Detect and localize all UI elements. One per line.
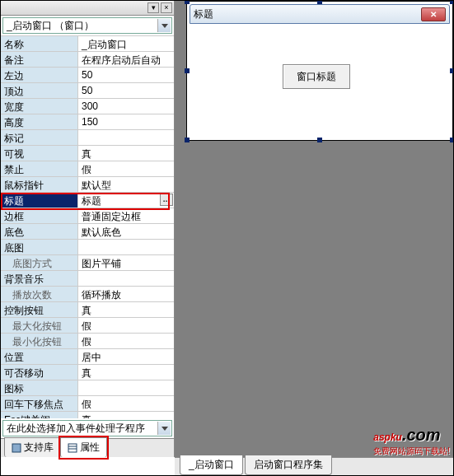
chevron-down-icon[interactable] [157,19,171,32]
prop-label: 标记 [1,130,78,145]
prop-value[interactable]: 真 [78,302,174,317]
resize-handle[interactable] [450,0,454,4]
editor-tabs: _启动窗口 启动窗口程序集 [175,457,453,475]
prop-row[interactable]: 边框普通固定边框 [1,208,174,224]
prop-value[interactable]: 默认底色 [78,224,174,239]
designed-button[interactable]: 窗口标题 [283,64,350,89]
resize-handle[interactable] [450,138,454,142]
book-icon [12,443,21,453]
prop-row[interactable]: 背景音乐 [1,271,174,287]
prop-row[interactable]: 备注在程序启动后自动 [1,52,174,68]
prop-row[interactable]: 底图方式图片平铺 [1,255,174,271]
prop-value[interactable]: 循环播放 [78,287,174,301]
prop-row[interactable]: 可视真 [1,146,174,161]
prop-row[interactable]: 高度150 [1,114,174,130]
tab-properties[interactable]: 属性 [60,437,107,457]
resize-handle[interactable] [450,68,454,73]
resize-handle[interactable] [317,0,322,4]
prop-row[interactable]: 可否移动真 [1,365,174,380]
prop-value[interactable]: 假 [78,161,174,176]
prop-label: 名称 [1,36,78,51]
form-titlebar: 标题 ✕ [190,4,450,24]
prop-row[interactable]: Esc键关闭真 [1,412,174,418]
form-designer[interactable]: 标题 ✕ 窗口标题 [186,1,453,141]
prop-label: 宽度 [1,99,78,114]
prop-row[interactable]: 位置居中 [1,349,174,365]
design-area: 标题 ✕ 窗口标题 [175,1,453,457]
prop-row[interactable]: 标记 [1,130,174,146]
prop-row[interactable]: 鼠标指针默认型 [1,177,174,193]
panel-close-icon[interactable]: × [161,2,172,13]
prop-row[interactable]: 宽度300 [1,99,174,114]
prop-label: 标题 [1,193,78,208]
resize-handle[interactable] [317,138,322,142]
prop-value[interactable]: 50 [78,83,174,98]
property-grid[interactable]: 名称_启动窗口备注在程序启动后自动左边50顶边50宽度300高度150标记可视真… [1,35,174,418]
prop-label: 回车下移焦点 [1,396,78,411]
prop-value[interactable]: 真 [78,412,174,418]
tab-startup-assembly[interactable]: 启动窗口程序集 [245,455,332,475]
prop-value[interactable]: 真 [78,146,174,161]
prop-label: 底色 [1,224,78,239]
ellipsis-button[interactable]: … [160,194,173,206]
prop-label: 可视 [1,146,78,161]
prop-row[interactable]: 标题标题… [1,193,174,208]
prop-label: 播放次数 [1,287,78,301]
prop-value[interactable] [78,271,174,286]
object-selector[interactable]: _启动窗口 （窗口） [2,17,172,34]
chevron-down-icon[interactable] [157,422,171,435]
prop-value[interactable]: 真 [78,365,174,380]
prop-label: 底图 [1,240,78,254]
watermark: aspku.com 免费网站源码下载站! [373,424,450,457]
close-icon[interactable]: ✕ [421,7,446,21]
prop-value[interactable]: 标题… [78,193,174,208]
prop-value[interactable]: 居中 [78,349,174,364]
prop-row[interactable]: 底图 [1,240,174,255]
prop-value[interactable]: 普通固定边框 [78,208,174,223]
panel-header: ▾ × [1,1,174,16]
prop-row[interactable]: 禁止假 [1,161,174,177]
prop-label: 底图方式 [1,255,78,270]
prop-row[interactable]: 回车下移焦点假 [1,396,174,412]
prop-label: 图标 [1,380,78,395]
prop-row[interactable]: 名称_启动窗口 [1,36,174,52]
panel-pin-icon[interactable]: ▾ [147,2,159,13]
prop-value[interactable]: 假 [78,334,174,348]
event-selector-text: 在此处选择加入事件处理子程序 [7,422,145,436]
prop-row[interactable]: 底色默认底色 [1,224,174,240]
event-selector[interactable]: 在此处选择加入事件处理子程序 [2,420,172,436]
prop-row[interactable]: 左边50 [1,68,174,83]
prop-value[interactable]: 图片平铺 [78,255,174,270]
tab-support-lib[interactable]: 支持库 [4,437,61,457]
prop-value[interactable]: 假 [78,318,174,333]
prop-label: 备注 [1,52,78,67]
svg-rect-1 [68,444,77,452]
prop-label: 最大化按钮 [1,318,78,333]
prop-value[interactable] [78,130,174,145]
prop-value[interactable]: 300 [78,99,174,114]
prop-row[interactable]: 播放次数循环播放 [1,287,174,302]
prop-value[interactable]: 假 [78,396,174,411]
prop-row[interactable]: 最大化按钮假 [1,318,174,334]
prop-row[interactable]: 控制按钮真 [1,302,174,318]
object-selector-text: _启动窗口 （窗口） [7,19,94,33]
prop-label: 背景音乐 [1,271,78,286]
prop-value[interactable]: 默认型 [78,177,174,192]
tab-startup-window[interactable]: _启动窗口 [180,455,243,475]
resize-handle[interactable] [185,0,190,4]
resize-handle[interactable] [185,138,190,142]
prop-label: 禁止 [1,161,78,176]
prop-value[interactable]: 50 [78,68,174,82]
prop-row[interactable]: 图标 [1,380,174,396]
prop-value[interactable]: _启动窗口 [78,36,174,51]
panel-tabs: 支持库 属性 [1,438,174,457]
prop-value[interactable] [78,240,174,254]
prop-value[interactable]: 在程序启动后自动 [78,52,174,67]
prop-label: 位置 [1,349,78,364]
resize-handle[interactable] [185,68,190,73]
prop-row[interactable]: 顶边50 [1,83,174,99]
prop-row[interactable]: 最小化按钮假 [1,334,174,349]
prop-value[interactable] [78,380,174,395]
prop-label: 控制按钮 [1,302,78,317]
prop-value[interactable]: 150 [78,114,174,129]
